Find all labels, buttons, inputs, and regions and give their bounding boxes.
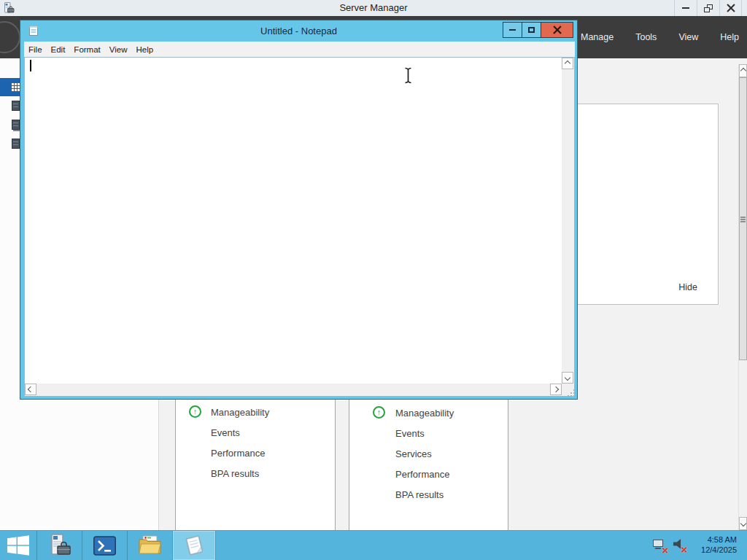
local-server-icon: [12, 101, 20, 111]
taskbar-notepad-button[interactable]: [172, 531, 216, 560]
taskbar-server-manager-button[interactable]: [37, 531, 82, 560]
server-manager-menubar: Manage Tools View Help: [581, 16, 739, 58]
text-caret: [30, 60, 31, 71]
file-storage-icon: [12, 139, 20, 149]
tile-heading[interactable]: Manageability: [395, 408, 454, 419]
clock-date: 12/4/2025: [701, 545, 737, 555]
server-manager-titlebar: Server Manager: [0, 0, 747, 16]
menu-view[interactable]: View: [678, 32, 698, 42]
back-button[interactable]: [0, 21, 20, 53]
tile-link-bpa-results[interactable]: BPA results: [395, 489, 444, 500]
scroll-up-button[interactable]: [739, 64, 747, 77]
tile-link-bpa-results[interactable]: BPA results: [211, 468, 259, 479]
notepad-window-controls: [503, 22, 573, 38]
notepad-window-title: Untitled - Notepad: [20, 26, 577, 36]
dashboard-icon: [12, 83, 14, 85]
notepad-titlebar[interactable]: Untitled - Notepad: [20, 20, 577, 42]
menu-help[interactable]: Help: [132, 45, 158, 54]
chevron-up-icon: [740, 68, 746, 74]
chevron-down-icon: [565, 375, 570, 381]
notepad-icon: [183, 534, 205, 556]
clock-time: 4:58 AM: [701, 534, 737, 545]
thumb-grip-icon: [740, 219, 746, 220]
menu-help[interactable]: Help: [720, 32, 739, 42]
horizontal-scrollbar[interactable]: [25, 384, 562, 396]
scroll-down-button[interactable]: [739, 517, 747, 530]
chevron-down-icon: [740, 521, 746, 526]
close-icon: [553, 26, 562, 34]
tile-link-events[interactable]: Events: [395, 428, 425, 439]
window-controls: [674, 0, 742, 16]
status-up-icon: ↑: [373, 406, 385, 419]
menu-tools[interactable]: Tools: [635, 32, 657, 42]
maximize-icon: [528, 27, 535, 33]
close-icon: [727, 4, 735, 12]
server-manager-icon: [48, 534, 71, 557]
close-button[interactable]: [719, 0, 742, 16]
start-button[interactable]: [0, 531, 36, 560]
window-title: Server Manager: [0, 2, 747, 13]
tile-link-performance[interactable]: Performance: [211, 448, 265, 459]
scroll-down-button[interactable]: [562, 372, 573, 384]
status-up-icon: ↑: [189, 405, 201, 418]
menu-view[interactable]: View: [105, 45, 132, 54]
chevron-left-icon: [28, 386, 34, 392]
hide-link[interactable]: Hide: [678, 282, 697, 292]
powershell-icon: [93, 536, 116, 556]
restore-button[interactable]: [697, 0, 719, 16]
taskbar-file-explorer-button[interactable]: [128, 531, 172, 560]
tile-link-performance[interactable]: Performance: [395, 469, 449, 480]
scroll-right-button[interactable]: [550, 384, 562, 395]
minimize-icon: [682, 7, 689, 9]
notepad-menubar: File Edit Format View Help: [24, 42, 575, 57]
volume-muted-icon[interactable]: [673, 538, 688, 551]
minimize-button[interactable]: [674, 0, 697, 16]
maximize-button[interactable]: [522, 22, 541, 38]
vertical-scrollbar[interactable]: [562, 58, 574, 384]
dashboard-scrollbar[interactable]: [738, 64, 747, 530]
minimize-icon: [509, 29, 516, 31]
tile-link-services[interactable]: Services: [395, 448, 432, 459]
chevron-up-icon: [565, 61, 570, 66]
chevron-right-icon: [553, 386, 559, 392]
close-button[interactable]: [541, 22, 573, 38]
tile-link-events[interactable]: Events: [211, 427, 240, 438]
taskbar-clock[interactable]: 4:58 AM 12/4/2025: [701, 534, 737, 555]
ibeam-cursor: [403, 67, 413, 87]
scrollbar-thumb[interactable]: [739, 77, 747, 360]
taskbar: 4:58 AM 12/4/2025: [0, 530, 747, 560]
windows-logo-icon: [7, 535, 29, 556]
scroll-left-button[interactable]: [25, 384, 36, 395]
menu-manage[interactable]: Manage: [581, 32, 614, 42]
notepad-window: Untitled - Notepad File Edit Format View…: [20, 20, 578, 400]
resize-grip[interactable]: [562, 384, 574, 396]
notepad-client-area: [24, 57, 575, 397]
menu-edit[interactable]: Edit: [47, 45, 70, 54]
menu-format[interactable]: Format: [69, 45, 104, 54]
notepad-text-area[interactable]: [25, 58, 562, 384]
taskbar-powershell-button[interactable]: [82, 531, 127, 560]
restore-icon: [704, 4, 713, 12]
menu-file[interactable]: File: [24, 45, 47, 54]
scroll-up-button[interactable]: [562, 58, 573, 69]
tile-heading[interactable]: Manageability: [211, 407, 269, 418]
minimize-button[interactable]: [503, 22, 522, 38]
file-explorer-icon: [138, 535, 162, 556]
all-servers-icon: [12, 120, 20, 130]
network-disconnected-icon[interactable]: [653, 539, 666, 552]
